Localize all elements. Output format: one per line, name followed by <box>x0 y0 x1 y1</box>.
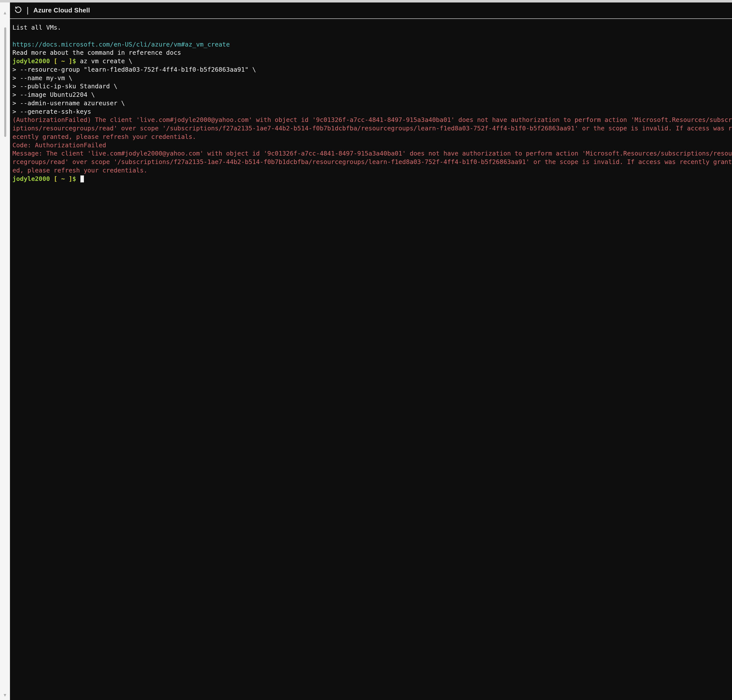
command-line-0: az vm create \ <box>80 57 133 65</box>
command-line-1: > --resource-group "learn-f1ed8a03-752f-… <box>12 66 256 73</box>
command-line-6: > --generate-ssh-keys <box>12 108 91 115</box>
title-divider: | <box>25 6 30 14</box>
command-line-5: > --admin-username azureuser \ <box>12 100 125 107</box>
title-bar: | Azure Cloud Shell <box>10 3 732 19</box>
prompt-user-2: jodyle2000 <box>12 175 50 182</box>
doc-url[interactable]: https://docs.microsoft.com/en-US/cli/azu… <box>12 41 230 48</box>
prompt-path: [ ~ ] <box>50 57 72 65</box>
app-frame: ▲ ▼ | Azure Cloud Shell List all VMs. ht… <box>0 3 732 700</box>
command-line-4: > --image Ubuntu2204 \ <box>12 91 95 98</box>
scroll-gutter: ▲ ▼ <box>0 3 10 700</box>
prompt-path-2: [ ~ ] <box>50 175 72 182</box>
doc-hint: Read more about the command in reference… <box>12 49 181 56</box>
prompt-user: jodyle2000 <box>12 57 50 65</box>
intro-line: List all VMs. <box>12 24 61 31</box>
cloud-shell-panel: | Azure Cloud Shell List all VMs. https:… <box>10 3 732 700</box>
title-text: Azure Cloud Shell <box>33 6 90 14</box>
prompt-symbol: $ <box>72 57 80 65</box>
prompt-symbol-2: $ <box>72 175 80 182</box>
terminal-output[interactable]: List all VMs. https://docs.microsoft.com… <box>10 19 732 187</box>
command-line-3: > --public-ip-sku Standard \ <box>12 82 117 90</box>
scroll-thumb[interactable] <box>4 27 6 137</box>
error-block: (AuthorizationFailed) The client 'live.c… <box>12 116 732 174</box>
command-line-2: > --name my-vm \ <box>12 74 72 82</box>
scroll-down-arrow[interactable]: ▼ <box>4 692 6 697</box>
scroll-up-arrow[interactable]: ▲ <box>4 10 6 15</box>
cursor <box>80 175 84 182</box>
restart-icon[interactable] <box>15 6 22 15</box>
